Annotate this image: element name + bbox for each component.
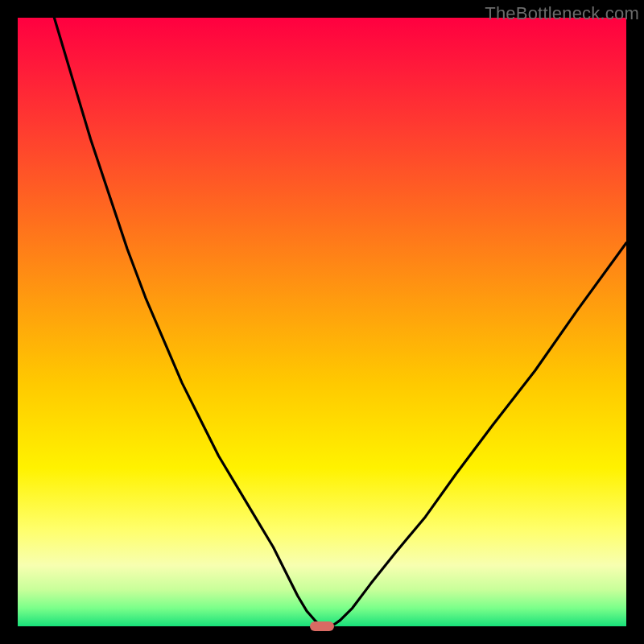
bottleneck-curve <box>18 18 626 626</box>
minimum-marker <box>310 621 334 631</box>
chart-frame: TheBottleneck.com <box>0 0 644 644</box>
plot-area <box>18 18 626 626</box>
watermark-text: TheBottleneck.com <box>485 3 639 24</box>
